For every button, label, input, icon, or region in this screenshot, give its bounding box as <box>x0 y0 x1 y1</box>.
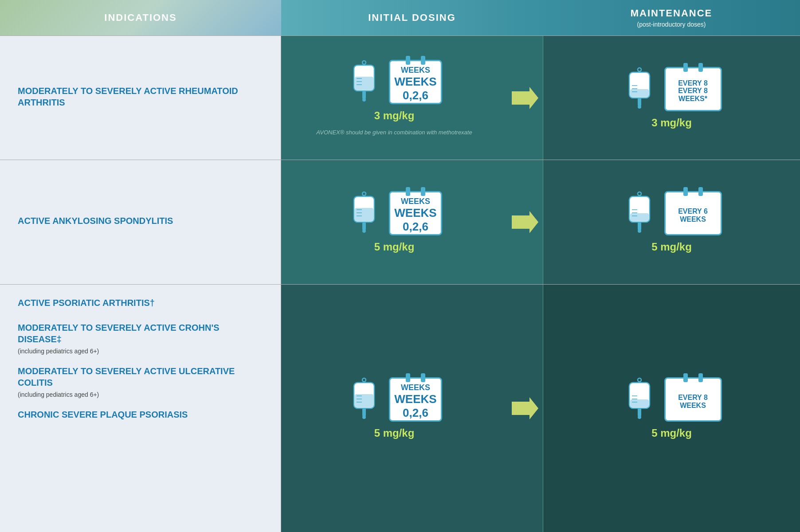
svg-point-7 <box>362 98 366 102</box>
arrow-2 <box>507 160 543 284</box>
calendar-maint-1: EVERY 8 EVERY 8 WEEKS* <box>664 67 722 111</box>
note-1: AVONEX® should be given in combination w… <box>316 129 472 136</box>
ring-maint-2-left <box>683 187 688 196</box>
initial-dose-2: 5 mg/kg <box>374 241 415 253</box>
dosing-multiple: WEEKS WEEKS 0,2,6 5 mg/kg <box>281 285 507 532</box>
iv-bag-initial-1 <box>346 60 382 104</box>
initial-dose-1: 3 mg/kg <box>374 110 415 122</box>
dosing-multiple-content: WEEKS WEEKS 0,2,6 5 mg/kg <box>346 377 442 439</box>
calendar-initial-1: WEEKS WEEKS 0,2,6 <box>389 60 442 104</box>
maintenance-multiple-icons: EVERY 8 WEEKS <box>622 377 722 422</box>
svg-point-16 <box>638 105 641 109</box>
svg-marker-25 <box>512 211 538 233</box>
calendar-initial-2: WEEKS WEEKS 0,2,6 <box>389 191 442 235</box>
ankylosing-title: ACTIVE ANKYLOSING SPONDYLITIS <box>18 215 263 227</box>
ring-maint-3-left <box>683 373 688 382</box>
calendar-schedule-1: WEEKS 0,2,6 <box>390 75 441 102</box>
svg-point-43 <box>638 378 641 382</box>
indication-crohns: MODERATELY TO SEVERELY ACTIVE CROHN'S DI… <box>18 322 263 355</box>
dosing-rheumatoid: WEEKS WEEKS 0,2,6 3 mg/kg AVONEX® should… <box>281 36 507 160</box>
ring-right <box>421 56 425 65</box>
arrow-svg-2 <box>512 211 538 233</box>
svg-point-34 <box>362 378 366 382</box>
maintenance-rheumatoid-content: EVERY 8 EVERY 8 WEEKS* 3 mg/kg <box>622 67 722 129</box>
row-rheumatoid: MODERATELY TO SEVERELY ACTIVE RHEUMATOID… <box>0 35 800 160</box>
calendar-text-2: WEEKS WEEKS 0,2,6 <box>390 197 441 234</box>
rheumatoid-title: MODERATELY TO SEVERELY ACTIVE RHEUMATOID… <box>18 85 263 108</box>
dosing-ankylosing-icons: WEEKS WEEKS 0,2,6 <box>346 191 442 235</box>
indications-rheumatoid: MODERATELY TO SEVERELY ACTIVE RHEUMATOID… <box>0 36 281 160</box>
svg-rect-28 <box>630 213 649 221</box>
dosing-rheumatoid-content: WEEKS WEEKS 0,2,6 3 mg/kg AVONEX® should… <box>316 60 472 136</box>
maintenance-ankylosing-content: EVERY 6 WEEKS 5 mg/kg <box>622 191 722 253</box>
indications-header-label: INDICATIONS <box>104 12 176 23</box>
psoriasis-title: CHRONIC SEVERE PLAQUE PSORIASIS <box>18 409 263 420</box>
iv-bag-svg-3 <box>349 377 380 422</box>
calendar-rings-3 <box>406 373 425 382</box>
calendar-rings-maint-2 <box>683 187 703 196</box>
calendar-maint-2: EVERY 6 WEEKS <box>664 191 722 235</box>
calendar-maint-text-3: EVERY 8 WEEKS <box>678 394 708 410</box>
calendar-rings-1 <box>406 56 425 65</box>
svg-marker-8 <box>512 87 538 109</box>
svg-rect-45 <box>630 399 649 407</box>
maint-dose-3: 5 mg/kg <box>651 427 692 439</box>
svg-rect-6 <box>362 91 366 99</box>
svg-rect-32 <box>638 222 641 230</box>
calendar-text-1: WEEKS WEEKS 0,2,6 <box>390 66 441 102</box>
ring-maint-right-1 <box>698 63 703 72</box>
iv-bag-maint-svg-1 <box>624 67 655 111</box>
ring-2-left <box>406 187 410 196</box>
svg-point-33 <box>638 229 641 233</box>
every-label-3: EVERY 8 <box>678 394 708 402</box>
header-row: INDICATIONS INITIAL DOSING MAINTENANCE (… <box>0 0 800 35</box>
svg-rect-15 <box>638 98 641 106</box>
svg-point-24 <box>362 229 366 233</box>
svg-rect-49 <box>638 408 641 416</box>
iv-bag-svg-2 <box>349 191 380 235</box>
calendar-rings-2 <box>406 187 425 196</box>
maintenance-rheumatoid: EVERY 8 EVERY 8 WEEKS* 3 mg/kg <box>543 36 800 160</box>
svg-point-50 <box>638 415 641 419</box>
iv-bag-maint-svg-2 <box>624 191 655 235</box>
every-label-2: EVERY 6 <box>678 207 708 215</box>
svg-point-26 <box>638 192 641 196</box>
maintenance-ankylosing: EVERY 6 WEEKS 5 mg/kg <box>543 160 800 284</box>
ring-3-right <box>421 373 425 382</box>
arrow-svg-3 <box>512 397 538 419</box>
maintenance-label: MAINTENANCE <box>631 8 713 19</box>
iv-bag-maint-svg-3 <box>624 377 655 422</box>
svg-rect-40 <box>362 408 366 416</box>
iv-bag-svg-1 <box>349 60 380 104</box>
ring-3-left <box>406 373 410 382</box>
crohns-sub: (including pediatrics aged 6+) <box>18 348 263 355</box>
calendar-maint-3: EVERY 8 WEEKS <box>664 377 722 422</box>
ring-left <box>406 56 410 65</box>
initial-dosing-label: INITIAL DOSING <box>368 12 456 23</box>
maint-dose-2: 5 mg/kg <box>651 241 692 253</box>
arrow-svg-1 <box>512 87 538 109</box>
arrow-1 <box>507 36 543 160</box>
dosing-ankylosing: WEEKS WEEKS 0,2,6 5 mg/kg <box>281 160 507 284</box>
header-maintenance: MAINTENANCE (post-introductory doses) <box>543 0 800 35</box>
weeks-label-3: WEEKS <box>390 383 441 392</box>
indication-colitis: MODERATELY TO SEVERELY ACTIVE ULCERATIVE… <box>18 365 263 398</box>
calendar-rings-maint-3 <box>683 373 703 382</box>
initial-dose-3: 5 mg/kg <box>374 427 415 439</box>
iv-bag-initial-2 <box>346 191 382 235</box>
ring-maint-3-right <box>698 373 703 382</box>
maintenance-sub-label: (post-introductory doses) <box>637 21 706 28</box>
every-label-1: EVERY 8 <box>666 79 721 87</box>
row-multiple: ACTIVE PSORIATIC ARTHRITIS† MODERATELY T… <box>0 284 800 532</box>
schedule-2: WEEKS 0,2,6 <box>390 206 441 234</box>
weeks-label-2: WEEKS <box>390 197 441 206</box>
dosing-rheumatoid-icons: WEEKS WEEKS 0,2,6 <box>346 60 442 104</box>
svg-point-41 <box>362 415 366 419</box>
svg-point-0 <box>362 61 366 64</box>
header-indications: INDICATIONS <box>0 0 281 35</box>
dosing-multiple-icons: WEEKS WEEKS 0,2,6 <box>346 377 442 422</box>
ring-maint-2-right <box>698 187 703 196</box>
calendar-initial-3: WEEKS WEEKS 0,2,6 <box>389 377 442 422</box>
colitis-sub: (including pediatrics aged 6+) <box>18 391 263 398</box>
indications-multiple: ACTIVE PSORIATIC ARTHRITIS† MODERATELY T… <box>0 285 281 532</box>
